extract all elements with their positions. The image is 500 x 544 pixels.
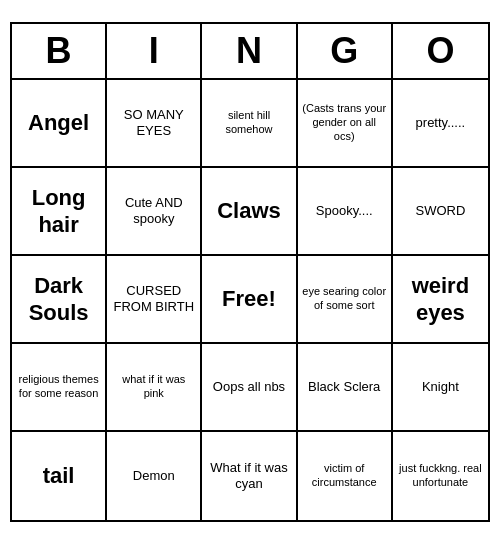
bingo-cell-0: Angel [12, 80, 107, 168]
bingo-cell-16: what if it was pink [107, 344, 202, 432]
bingo-cell-1: SO MANY EYES [107, 80, 202, 168]
bingo-letter-g: G [298, 24, 393, 78]
bingo-cell-22: What if it was cyan [202, 432, 297, 520]
bingo-header: BINGO [12, 24, 488, 80]
bingo-cell-20: tail [12, 432, 107, 520]
bingo-cell-8: Spooky.... [298, 168, 393, 256]
bingo-cell-2: silent hill somehow [202, 80, 297, 168]
bingo-cell-21: Demon [107, 432, 202, 520]
bingo-cell-5: Long hair [12, 168, 107, 256]
bingo-cell-12: Free! [202, 256, 297, 344]
bingo-cell-9: SWORD [393, 168, 488, 256]
bingo-cell-11: CURSED FROM BIRTH [107, 256, 202, 344]
bingo-letter-b: B [12, 24, 107, 78]
bingo-cell-13: eye searing color of some sort [298, 256, 393, 344]
bingo-cell-14: weird eyes [393, 256, 488, 344]
bingo-cell-4: pretty..... [393, 80, 488, 168]
bingo-cell-24: just fuckkng. real unfortunate [393, 432, 488, 520]
bingo-cell-18: Black Sclera [298, 344, 393, 432]
bingo-cell-3: (Casts trans your gender on all ocs) [298, 80, 393, 168]
bingo-cell-7: Claws [202, 168, 297, 256]
bingo-card: BINGO AngelSO MANY EYESsilent hill someh… [10, 22, 490, 522]
bingo-cell-10: Dark Souls [12, 256, 107, 344]
bingo-cell-23: victim of circumstance [298, 432, 393, 520]
bingo-cell-19: Knight [393, 344, 488, 432]
bingo-cell-6: Cute AND spooky [107, 168, 202, 256]
bingo-letter-i: I [107, 24, 202, 78]
bingo-grid: AngelSO MANY EYESsilent hill somehow(Cas… [12, 80, 488, 520]
bingo-cell-15: religious themes for some reason [12, 344, 107, 432]
bingo-letter-n: N [202, 24, 297, 78]
bingo-letter-o: O [393, 24, 488, 78]
bingo-cell-17: Oops all nbs [202, 344, 297, 432]
